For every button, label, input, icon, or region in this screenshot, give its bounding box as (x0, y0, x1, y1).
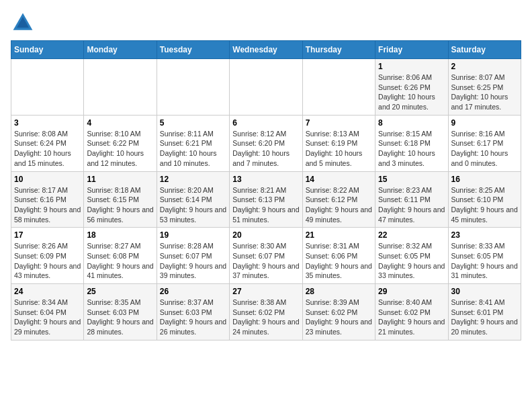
day-info: Sunrise: 8:25 AMSunset: 6:10 PMDaylight:… (451, 185, 518, 225)
weekday-header: Monday (84, 41, 157, 59)
day-info: Sunrise: 8:35 AMSunset: 6:03 PMDaylight:… (87, 298, 153, 337)
day-info: Sunrise: 8:15 AMSunset: 6:18 PMDaylight:… (378, 129, 445, 169)
day-info: Sunrise: 8:20 AMSunset: 6:14 PMDaylight:… (160, 185, 226, 225)
calendar-day: 1 Sunrise: 8:06 AMSunset: 6:26 PMDayligh… (375, 59, 448, 116)
calendar-day: 25 Sunrise: 8:35 AMSunset: 6:03 PMDaylig… (84, 284, 157, 340)
calendar-day: 22 Sunrise: 8:32 AMSunset: 6:05 PMDaylig… (375, 228, 448, 284)
day-number: 19 (160, 230, 226, 240)
calendar-day: 28 Sunrise: 8:39 AMSunset: 6:02 PMDaylig… (302, 284, 375, 340)
calendar-day: 4 Sunrise: 8:10 AMSunset: 6:22 PMDayligh… (84, 115, 157, 171)
calendar-day: 27 Sunrise: 8:38 AMSunset: 6:02 PMDaylig… (230, 284, 302, 340)
day-number: 12 (160, 175, 226, 184)
day-number: 7 (306, 118, 372, 128)
calendar-day: 20 Sunrise: 8:30 AMSunset: 6:07 PMDaylig… (230, 228, 302, 284)
calendar-day: 17 Sunrise: 8:26 AMSunset: 6:09 PMDaylig… (11, 228, 84, 284)
day-number: 14 (306, 175, 372, 184)
day-info: Sunrise: 8:11 AMSunset: 6:21 PMDaylight:… (160, 129, 226, 169)
day-info: Sunrise: 8:40 AMSunset: 6:02 PMDaylight:… (378, 298, 445, 337)
day-info: Sunrise: 8:37 AMSunset: 6:03 PMDaylight:… (160, 298, 226, 337)
day-number: 20 (232, 230, 299, 240)
day-info: Sunrise: 8:23 AMSunset: 6:11 PMDaylight:… (378, 185, 445, 225)
weekday-header: Tuesday (157, 41, 229, 59)
calendar-day: 26 Sunrise: 8:37 AMSunset: 6:03 PMDaylig… (157, 284, 229, 340)
calendar-day: 2 Sunrise: 8:07 AMSunset: 6:25 PMDayligh… (448, 59, 521, 116)
weekday-header: Thursday (302, 41, 375, 59)
day-info: Sunrise: 8:10 AMSunset: 6:22 PMDaylight:… (87, 129, 153, 169)
day-info: Sunrise: 8:30 AMSunset: 6:07 PMDaylight:… (232, 241, 299, 281)
day-info: Sunrise: 8:08 AMSunset: 6:24 PMDaylight:… (14, 129, 81, 169)
day-number: 2 (451, 62, 518, 71)
day-number: 3 (14, 118, 81, 128)
calendar-day: 16 Sunrise: 8:25 AMSunset: 6:10 PMDaylig… (448, 171, 521, 228)
page-header (11, 11, 521, 35)
day-info: Sunrise: 8:39 AMSunset: 6:02 PMDaylight:… (306, 298, 372, 337)
day-info: Sunrise: 8:06 AMSunset: 6:26 PMDaylight:… (378, 73, 445, 112)
weekday-header: Friday (375, 41, 448, 59)
day-info: Sunrise: 8:12 AMSunset: 6:20 PMDaylight:… (232, 129, 299, 169)
day-info: Sunrise: 8:33 AMSunset: 6:05 PMDaylight:… (451, 241, 518, 281)
day-info: Sunrise: 8:13 AMSunset: 6:19 PMDaylight:… (306, 129, 372, 169)
day-number: 18 (87, 230, 153, 240)
day-number: 9 (451, 118, 518, 128)
day-info: Sunrise: 8:31 AMSunset: 6:06 PMDaylight:… (306, 241, 372, 281)
calendar-day: 23 Sunrise: 8:33 AMSunset: 6:05 PMDaylig… (448, 228, 521, 284)
day-info: Sunrise: 8:38 AMSunset: 6:02 PMDaylight:… (232, 298, 299, 337)
day-number: 26 (160, 287, 226, 296)
day-number: 10 (14, 175, 81, 184)
calendar-day: 24 Sunrise: 8:34 AMSunset: 6:04 PMDaylig… (11, 284, 84, 340)
calendar-day: 6 Sunrise: 8:12 AMSunset: 6:20 PMDayligh… (230, 115, 302, 171)
day-number: 1 (378, 62, 445, 71)
day-info: Sunrise: 8:16 AMSunset: 6:17 PMDaylight:… (451, 129, 518, 169)
day-number: 23 (451, 230, 518, 240)
calendar-day: 13 Sunrise: 8:21 AMSunset: 6:13 PMDaylig… (230, 171, 302, 228)
day-info: Sunrise: 8:22 AMSunset: 6:12 PMDaylight:… (306, 185, 372, 225)
day-info: Sunrise: 8:41 AMSunset: 6:01 PMDaylight:… (451, 298, 518, 337)
calendar-day: 12 Sunrise: 8:20 AMSunset: 6:14 PMDaylig… (157, 171, 229, 228)
day-number: 15 (378, 175, 445, 184)
logo-icon (11, 11, 35, 35)
day-number: 27 (232, 287, 299, 296)
day-number: 17 (14, 230, 81, 240)
calendar-day: 30 Sunrise: 8:41 AMSunset: 6:01 PMDaylig… (448, 284, 521, 340)
day-number: 24 (14, 287, 81, 296)
day-number: 22 (378, 230, 445, 240)
day-number: 8 (378, 118, 445, 128)
weekday-header: Saturday (448, 41, 521, 59)
calendar-day: 11 Sunrise: 8:18 AMSunset: 6:15 PMDaylig… (84, 171, 157, 228)
calendar-day: 19 Sunrise: 8:28 AMSunset: 6:07 PMDaylig… (157, 228, 229, 284)
logo (11, 11, 38, 35)
calendar-table: SundayMondayTuesdayWednesdayThursdayFrid… (11, 40, 521, 340)
day-number: 21 (306, 230, 372, 240)
empty-cell (11, 59, 84, 116)
day-number: 11 (87, 175, 153, 184)
day-info: Sunrise: 8:18 AMSunset: 6:15 PMDaylight:… (87, 185, 153, 225)
empty-cell (84, 59, 157, 116)
day-number: 5 (160, 118, 226, 128)
day-number: 30 (451, 287, 518, 296)
day-info: Sunrise: 8:28 AMSunset: 6:07 PMDaylight:… (160, 241, 226, 281)
calendar-day: 14 Sunrise: 8:22 AMSunset: 6:12 PMDaylig… (302, 171, 375, 228)
day-info: Sunrise: 8:34 AMSunset: 6:04 PMDaylight:… (14, 298, 81, 337)
day-info: Sunrise: 8:21 AMSunset: 6:13 PMDaylight:… (232, 185, 299, 225)
day-info: Sunrise: 8:07 AMSunset: 6:25 PMDaylight:… (451, 73, 518, 112)
calendar-day: 15 Sunrise: 8:23 AMSunset: 6:11 PMDaylig… (375, 171, 448, 228)
empty-cell (302, 59, 375, 116)
day-number: 4 (87, 118, 153, 128)
calendar-body: 1 Sunrise: 8:06 AMSunset: 6:26 PMDayligh… (11, 59, 521, 340)
weekday-header: Wednesday (230, 41, 302, 59)
day-number: 16 (451, 175, 518, 184)
day-number: 28 (306, 287, 372, 296)
calendar-day: 5 Sunrise: 8:11 AMSunset: 6:21 PMDayligh… (157, 115, 229, 171)
day-number: 29 (378, 287, 445, 296)
empty-cell (230, 59, 302, 116)
day-info: Sunrise: 8:27 AMSunset: 6:08 PMDaylight:… (87, 241, 153, 281)
calendar-day: 9 Sunrise: 8:16 AMSunset: 6:17 PMDayligh… (448, 115, 521, 171)
empty-cell (157, 59, 229, 116)
day-info: Sunrise: 8:17 AMSunset: 6:16 PMDaylight:… (14, 185, 81, 225)
day-number: 6 (232, 118, 299, 128)
calendar-day: 21 Sunrise: 8:31 AMSunset: 6:06 PMDaylig… (302, 228, 375, 284)
calendar-header: SundayMondayTuesdayWednesdayThursdayFrid… (11, 41, 521, 59)
calendar-day: 3 Sunrise: 8:08 AMSunset: 6:24 PMDayligh… (11, 115, 84, 171)
calendar-day: 8 Sunrise: 8:15 AMSunset: 6:18 PMDayligh… (375, 115, 448, 171)
day-number: 13 (232, 175, 299, 184)
